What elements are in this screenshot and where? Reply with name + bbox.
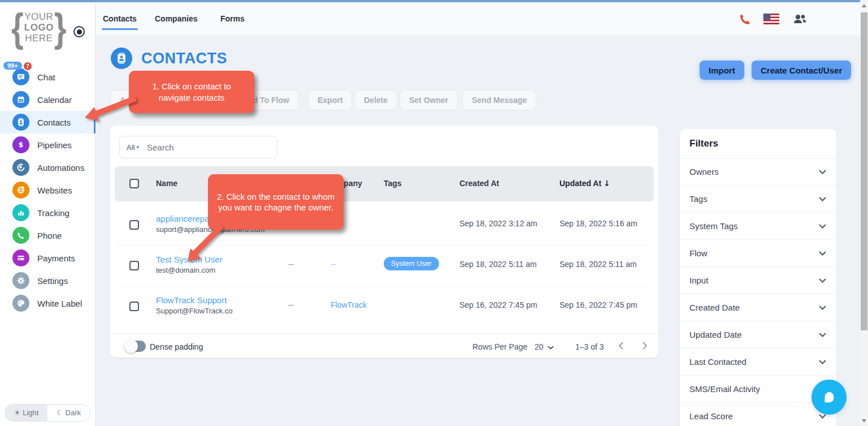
sort-desc-icon: ↓ [604, 179, 610, 188]
column-header-tags[interactable]: Tags [384, 179, 402, 188]
logo-line-3: HERE [25, 33, 53, 44]
filter-tags[interactable]: Tags [680, 186, 836, 213]
sidebar-item-websites[interactable]: Websites [0, 179, 96, 201]
create-contact-user-button[interactable]: Create Contact/User [752, 61, 851, 80]
chat-notification-badge: 7 [23, 61, 33, 71]
scrollbar-thumb[interactable] [861, 12, 867, 330]
scroll-up-icon[interactable] [862, 4, 866, 7]
search-box: All ▾ [119, 136, 277, 158]
sidebar-item-label: Settings [37, 276, 68, 286]
sidebar-item-label: Automations [37, 163, 84, 173]
chat-bubble-icon [821, 389, 837, 406]
white-label-icon [12, 295, 29, 312]
scroll-down-icon[interactable] [862, 419, 866, 423]
rows-per-page-value: 20 [535, 342, 544, 351]
previous-page-button[interactable] [618, 341, 624, 352]
filter-label: Last Contacted [689, 357, 747, 367]
delete-button[interactable]: Delete [354, 90, 397, 110]
filter-label: Created Date [689, 303, 740, 312]
filter-system-tags[interactable]: System Tags [680, 213, 836, 240]
table-header: Name Phone Company Tags Created At Updat… [115, 166, 654, 201]
filter-label: Input [689, 276, 708, 285]
sun-icon: ☀ [14, 408, 21, 417]
send-message-button[interactable]: Send Message [462, 90, 536, 110]
chat-fab-button[interactable] [811, 380, 847, 415]
sidebar-item-label: Websites [37, 186, 72, 195]
app-root: { YOUR LOGO HERE } 99+ 7 Chat [0, 0, 868, 426]
company-cell[interactable]: FlowTrack [331, 300, 367, 309]
sidebar-item-label: Pipelines [37, 140, 72, 150]
svg-text:$: $ [19, 141, 23, 149]
pagination-range: 1–3 of 3 [575, 342, 604, 351]
table-row[interactable]: FlowTrack Support Support@FlowTrack.co -… [115, 286, 654, 327]
sidebar-item-chat[interactable]: 99+ 7 Chat [0, 66, 96, 88]
created-at-cell: Sep 18, 2022 5:11 am [459, 260, 537, 269]
language-flag-icon[interactable] [763, 14, 779, 27]
chevron-down-icon [819, 197, 826, 201]
next-page-button[interactable] [642, 341, 648, 352]
chevron-down-icon [819, 305, 826, 310]
column-header-updated-at[interactable]: Updated At ↓ [559, 179, 610, 188]
phone-cell: -- [288, 300, 293, 309]
filter-label: Owners [689, 167, 719, 177]
sidebar-item-tracking[interactable]: Tracking [0, 201, 96, 224]
set-owner-button[interactable]: Set Owner [400, 90, 458, 110]
filter-created-date[interactable]: Created Date [680, 294, 836, 321]
row-checkbox[interactable] [129, 261, 139, 270]
chevron-down-icon [819, 224, 826, 229]
company-cell[interactable]: -- [331, 260, 336, 269]
row-checkbox[interactable] [129, 302, 139, 311]
dense-padding-label: Dense padding [150, 342, 203, 351]
sidebar-item-payments[interactable]: Payments [0, 247, 96, 269]
filter-label: Lead Score [689, 411, 733, 421]
filter-flow[interactable]: Flow [680, 240, 836, 267]
top-accent-strip [0, 0, 860, 2]
logo-brace-right: } [54, 8, 67, 48]
filter-owners[interactable]: Owners [680, 158, 836, 186]
import-button[interactable]: Import [700, 61, 744, 80]
search-input[interactable] [147, 143, 270, 152]
sidebar-item-label: Phone [37, 231, 62, 240]
sidebar-item-label: Contacts [37, 118, 71, 127]
sidebar-item-label: Chat [37, 72, 55, 82]
sidebar-item-white-label[interactable]: White Label [0, 292, 96, 315]
sidebar-collapse-radio[interactable] [73, 26, 85, 37]
sidebar-item-phone[interactable]: Phone [0, 224, 96, 247]
tooltip-step2-arrow [180, 222, 233, 270]
filter-updated-date[interactable]: Updated Date [680, 321, 836, 348]
rows-per-page-select[interactable]: 20 [535, 342, 554, 351]
chevron-down-icon [819, 251, 826, 256]
search-scope-dropdown[interactable]: All ▾ [127, 143, 139, 152]
theme-toggle: ☀ Light ☾ Dark [5, 404, 90, 421]
column-header-name[interactable]: Name [156, 179, 177, 188]
updated-at-cell: Sep 18, 2022 5:11 am [559, 260, 637, 269]
chevron-down-icon [819, 414, 826, 419]
tooltip-step2-text: 2. Click on the contact to whom you want… [216, 191, 336, 213]
dense-padding-toggle[interactable] [125, 341, 146, 352]
contact-name-link[interactable]: FlowTrack Support [156, 295, 233, 305]
users-icon[interactable] [792, 12, 807, 28]
column-header-created-at[interactable]: Created At [459, 179, 499, 188]
row-checkbox[interactable] [129, 220, 139, 230]
filter-lead-score[interactable]: Lead Score [680, 403, 836, 426]
tab-forms[interactable]: Forms [220, 14, 245, 23]
filter-input[interactable]: Input [680, 267, 836, 294]
select-all-checkbox[interactable] [129, 179, 139, 188]
export-button[interactable]: Export [308, 90, 352, 110]
sidebar: { YOUR LOGO HERE } 99+ 7 Chat [0, 0, 96, 426]
phone-icon [12, 227, 29, 244]
theme-light-button[interactable]: ☀ Light [5, 405, 47, 421]
sidebar-item-automations[interactable]: Automations [0, 156, 96, 179]
created-at-cell: Sep 18, 2022 3:12 am [459, 219, 537, 228]
filter-label: System Tags [689, 221, 738, 231]
tab-contacts[interactable]: Contacts [103, 14, 137, 23]
payments-icon [12, 249, 29, 266]
created-at-cell: Sep 16, 2022 7:45 pm [459, 300, 537, 309]
filter-label: Updated Date [689, 330, 742, 339]
filter-last-contacted[interactable]: Last Contacted [680, 348, 836, 376]
sidebar-item-settings[interactable]: Settings [0, 269, 96, 292]
sidebar-item-pipelines[interactable]: $ Pipelines [0, 134, 96, 156]
tab-companies[interactable]: Companies [155, 14, 197, 23]
theme-dark-button[interactable]: ☾ Dark [47, 405, 90, 421]
call-icon[interactable] [739, 12, 752, 28]
